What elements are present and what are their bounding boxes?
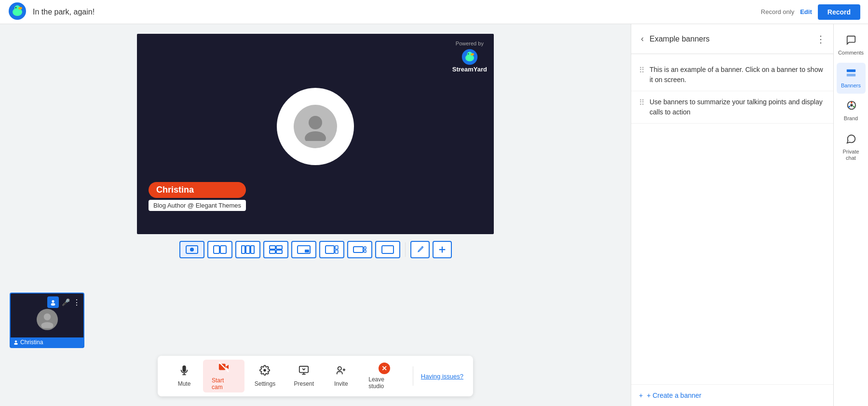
- svg-point-54: [850, 104, 853, 107]
- create-banner-btn[interactable]: + + Create a banner: [631, 384, 833, 406]
- record-button[interactable]: Record: [818, 4, 860, 20]
- topbar-right-actions: Record only Edit Record: [761, 4, 860, 20]
- thumb-name-label: Christina: [20, 339, 43, 346]
- streamyard-name: StreamYard: [452, 66, 487, 73]
- svg-point-13: [190, 248, 194, 252]
- mute-button[interactable]: Mute: [167, 363, 201, 389]
- banner-item-2[interactable]: ⠿ Use banners to summarize your talking …: [631, 91, 833, 124]
- panel-header: ‹ Example banners ⋮: [631, 24, 833, 54]
- svg-point-38: [15, 340, 17, 342]
- layout-grid4-btn[interactable]: [263, 241, 288, 258]
- present-button[interactable]: Present: [285, 363, 322, 389]
- leave-studio-button[interactable]: ✕ Leave studio: [360, 361, 409, 392]
- layout-toolbar: [179, 241, 452, 258]
- bottom-toolbar: Mute Start cam Settings: [158, 356, 473, 396]
- sidebar-private-chat[interactable]: Private chat: [837, 129, 866, 166]
- svg-point-10: [309, 116, 322, 129]
- svg-point-9: [468, 54, 469, 55]
- powered-by-text: Powered by: [456, 41, 484, 46]
- banner-drag-handle-1: ⠿: [639, 66, 645, 75]
- avatar-icon: [294, 105, 337, 148]
- streamyard-logo: StreamYard: [452, 48, 487, 73]
- svg-point-37: [41, 322, 53, 328]
- start-cam-label: Start cam: [212, 377, 236, 391]
- svg-rect-22: [276, 250, 282, 253]
- having-issues-link[interactable]: Having issues?: [421, 373, 463, 380]
- svg-point-56: [853, 106, 854, 108]
- banner-list: ⠿ This is an example of a banner. Click …: [631, 54, 833, 384]
- right-panel: ‹ Example banners ⋮ ⠿ This is an example…: [631, 24, 833, 406]
- invite-button[interactable]: Invite: [324, 363, 358, 389]
- edit-button[interactable]: Edit: [800, 8, 812, 15]
- layout-edit-btn[interactable]: [410, 241, 430, 258]
- settings-button[interactable]: Settings: [246, 363, 284, 389]
- name-badge: Christina Blog Author @ Elegant Themes: [149, 182, 246, 211]
- svg-rect-20: [276, 246, 282, 249]
- main-content: Powered by StreamYard: [0, 24, 868, 406]
- panel-title: Example banners: [650, 35, 812, 43]
- app-logo: [8, 1, 27, 23]
- video-stage: Powered by StreamYard: [137, 34, 494, 234]
- layout-add-btn[interactable]: [433, 241, 452, 258]
- sidebar-brand[interactable]: Brand: [837, 96, 866, 126]
- record-only-label: Record only: [761, 8, 794, 15]
- layout-spotlight-btn[interactable]: [347, 241, 372, 258]
- svg-point-11: [305, 131, 326, 141]
- settings-label: Settings: [255, 380, 275, 387]
- svg-rect-21: [270, 250, 275, 253]
- panel-back-btn[interactable]: ‹: [639, 32, 646, 46]
- svg-point-57: [848, 106, 850, 108]
- thumbnail-card-christina[interactable]: 🎤 ⋮ Christina: [10, 293, 84, 348]
- banner-item-1[interactable]: ⠿ This is an example of a banner. Click …: [631, 59, 833, 91]
- comments-label: Comments: [838, 50, 864, 56]
- private-chat-icon: [846, 134, 856, 147]
- svg-rect-27: [335, 250, 338, 253]
- svg-point-39: [14, 343, 18, 345]
- leave-studio-label: Leave studio: [368, 376, 400, 390]
- sidebar-comments[interactable]: Comments: [837, 30, 866, 61]
- svg-rect-14: [214, 246, 219, 253]
- layout-2col-btn[interactable]: [207, 241, 232, 258]
- layout-presenter-btn[interactable]: [319, 241, 344, 258]
- thumbnail-top-row: 🎤 ⋮: [47, 296, 81, 308]
- guest-name-tag: Christina: [149, 182, 246, 198]
- thumb-more-btn[interactable]: ⋮: [73, 298, 81, 307]
- svg-point-44: [264, 369, 267, 372]
- settings-icon: [259, 365, 270, 378]
- layout-pip-btn[interactable]: [291, 241, 316, 258]
- layout-single-btn[interactable]: [179, 241, 204, 258]
- svg-rect-17: [246, 246, 250, 253]
- thumbnail-strip: 🎤 ⋮ Christina: [10, 293, 84, 348]
- create-banner-plus: +: [639, 392, 643, 399]
- create-banner-label: + Create a banner: [647, 392, 701, 399]
- main-avatar: [277, 88, 354, 165]
- start-cam-icon: [218, 362, 229, 375]
- svg-point-4: [15, 7, 16, 8]
- panel-more-btn[interactable]: ⋮: [816, 33, 826, 45]
- banner-text-1: This is an example of a banner. Click on…: [650, 65, 826, 85]
- layout-blank-btn[interactable]: [375, 241, 400, 258]
- start-cam-button[interactable]: Start cam: [203, 360, 244, 392]
- far-right-sidebar: Comments Banners Brand Private chat: [833, 24, 868, 406]
- svg-point-34: [52, 300, 54, 303]
- svg-rect-16: [242, 246, 245, 253]
- layout-3col-btn[interactable]: [235, 241, 260, 258]
- banner-text-2: Use banners to summarize your talking po…: [650, 97, 826, 117]
- comments-icon: [846, 35, 856, 48]
- topbar: In the park, again! Record only Edit Rec…: [0, 0, 868, 24]
- layout-separator: [405, 242, 406, 257]
- thumb-mic-btn[interactable]: 🎤: [62, 298, 70, 306]
- svg-point-35: [51, 303, 55, 306]
- toolbar-separator: [413, 366, 413, 386]
- guest-subtitle-tag: Blog Author @ Elegant Themes: [149, 200, 246, 211]
- svg-rect-25: [326, 246, 334, 253]
- sidebar-banners[interactable]: Banners: [837, 63, 866, 94]
- present-label: Present: [294, 380, 314, 387]
- svg-point-48: [338, 367, 341, 370]
- svg-rect-28: [353, 247, 363, 252]
- present-icon: [298, 365, 309, 378]
- private-chat-label: Private chat: [840, 149, 863, 161]
- mute-icon: [179, 365, 190, 378]
- powered-by: Powered by StreamYard: [452, 41, 487, 73]
- svg-rect-51: [846, 70, 855, 72]
